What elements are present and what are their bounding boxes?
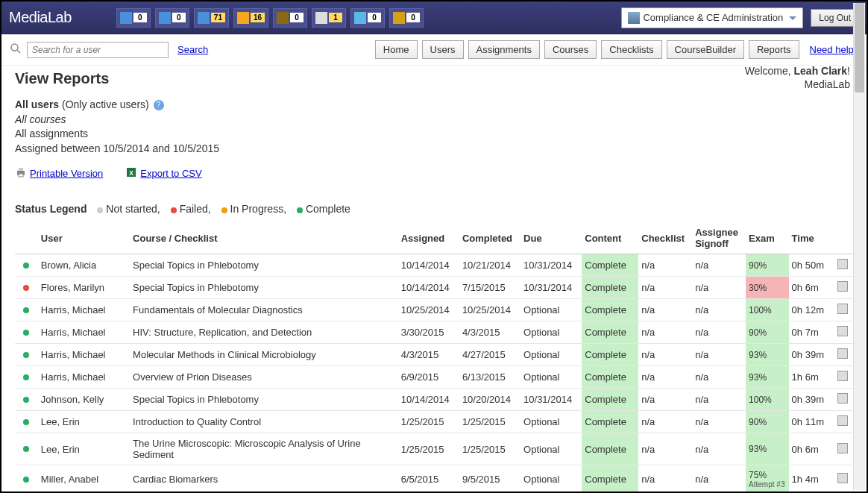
status-dot-icon [23,397,29,403]
cell-checklist: n/a [638,433,692,465]
cell-time: 0h 12m [789,299,835,321]
logout-button[interactable]: Log Out [811,9,859,27]
nav-icon-6[interactable]: 1 [312,8,346,28]
table-row: Harris, MichaelMolecular Methods in Clin… [15,344,853,366]
tab-checklists[interactable]: Checklists [601,40,661,59]
cell-user: Flores, Marilyn [38,277,130,299]
cell-detail[interactable] [834,433,853,465]
cell-user: Lee, Erin [38,411,130,433]
detail-icon [837,259,848,269]
clipboard-icon [120,12,132,24]
cell-detail[interactable] [834,321,853,344]
cell-signoff: n/a [692,433,746,465]
cell-checklist: n/a [638,366,692,389]
search-input[interactable] [27,42,169,58]
cell-completed: 4/27/2015 [459,344,521,366]
tab-courses[interactable]: Courses [544,40,597,59]
admin-icon [628,12,640,24]
search-link[interactable]: Search [177,44,208,55]
cell-time: 0h 6m [789,433,835,465]
table-row: Flores, MarilynSpecial Topics in Phlebot… [15,277,853,299]
cell-assigned: 10/25/2014 [398,299,459,321]
cell-course: HIV: Structure, Replication, and Detecti… [130,321,398,344]
detail-icon [837,326,848,336]
tab-home[interactable]: Home [375,40,418,59]
detail-icon [837,473,848,483]
cell-checklist: n/a [638,344,692,366]
tab-coursebuilder[interactable]: CourseBuilder [667,40,744,59]
cell-course: Special Topics in Phlebotomy [130,254,398,277]
cell-time: 1h 4m [789,465,835,493]
cell-exam: 90% [746,411,789,433]
cell-course: Introduction to Quality Control [130,411,398,433]
nav-icon-4[interactable]: 16 [233,8,268,28]
cell-exam: 75%Attempt #3 [746,465,789,493]
cell-detail[interactable] [834,344,853,366]
table-row: Lee, ErinThe Urine Microscopic: Microsco… [15,433,853,465]
nav-icon-5[interactable]: 0 [273,8,307,28]
page-title: View Reports [15,70,853,87]
help-link[interactable]: Need help? [810,44,860,55]
admin-dropdown-label: Compliance & CE Administration [643,12,783,23]
tab-users[interactable]: Users [422,40,464,59]
tab-reports[interactable]: Reports [749,40,799,59]
tab-assignments[interactable]: Assignments [468,40,540,59]
cell-assigned: 3/30/2015 [398,321,459,344]
cell-checklist: n/a [638,465,692,493]
cell-detail[interactable] [834,411,853,433]
detail-icon [837,371,848,381]
printable-link[interactable]: Printable Version [15,166,103,180]
cell-exam: 93% [746,433,789,465]
table-row: Lee, ErinIntroduction to Quality Control… [15,411,853,433]
cell-detail[interactable] [834,465,853,493]
status-legend: Status Legend Not started, Failed, In Pr… [15,203,853,215]
nav-icon-3[interactable]: 71 [194,8,229,28]
cell-due: Optional [521,465,582,493]
cell-completed: 9/5/2015 [459,465,521,493]
status-dot-icon [23,263,29,269]
cell-time: 0h 7m [789,321,835,344]
cell-completed: 1/25/2015 [459,433,521,465]
export-csv-link[interactable]: XExport to CSV [125,166,201,180]
cell-detail[interactable] [834,389,853,411]
cell-detail[interactable] [834,366,853,389]
status-dot-icon [23,330,29,336]
nav-icon-1[interactable]: 0 [116,8,151,28]
cell-content: Complete [582,411,638,433]
dot-not-started-icon [97,207,103,213]
cell-detail[interactable] [834,299,853,321]
table-row: Miller, AnabelCardiac Biomarkers6/5/2015… [15,465,853,493]
cell-due: 10/31/2014 [521,389,582,411]
cell-checklist: n/a [638,299,692,321]
cell-assigned: 4/3/2015 [398,344,459,366]
nav-icon-8[interactable]: 0 [389,8,424,28]
nav-icon-2[interactable]: 0 [155,8,189,28]
pencil-icon [393,12,405,24]
cell-user: Harris, Michael [38,366,130,389]
cell-content: Complete [582,344,638,366]
cell-time: 0h 39m [789,344,835,366]
cell-due: Optional [521,344,582,366]
search-area: Search [9,42,208,58]
cell-exam: 93% [746,344,789,366]
admin-dropdown[interactable]: Compliance & CE Administration [621,7,803,28]
cell-user: Johnson, Kelly [38,389,130,411]
cell-completed: 10/25/2014 [459,299,521,321]
table-row: Harris, MichaelFundamentals of Molecular… [15,299,853,321]
detail-icon [837,443,848,453]
cell-assigned: 10/14/2014 [398,389,459,411]
cell-detail[interactable] [834,254,853,277]
svg-rect-3 [19,168,23,171]
scrollbar-thumb[interactable] [855,3,864,92]
excel-icon: X [125,166,137,180]
cell-signoff: n/a [692,465,746,493]
help-icon[interactable]: ? [154,100,164,110]
document-icon [315,12,327,24]
cell-course: Special Topics in Phlebotomy [130,389,398,411]
scrollbar[interactable] [853,3,865,490]
cell-detail[interactable] [834,277,853,299]
table-row: Harris, MichaelHIV: Structure, Replicati… [15,321,853,344]
nav-icon-7[interactable]: 0 [350,8,385,28]
cell-course: Cardiac Biomarkers [130,465,398,493]
app-logo: MediaLab [9,9,72,26]
